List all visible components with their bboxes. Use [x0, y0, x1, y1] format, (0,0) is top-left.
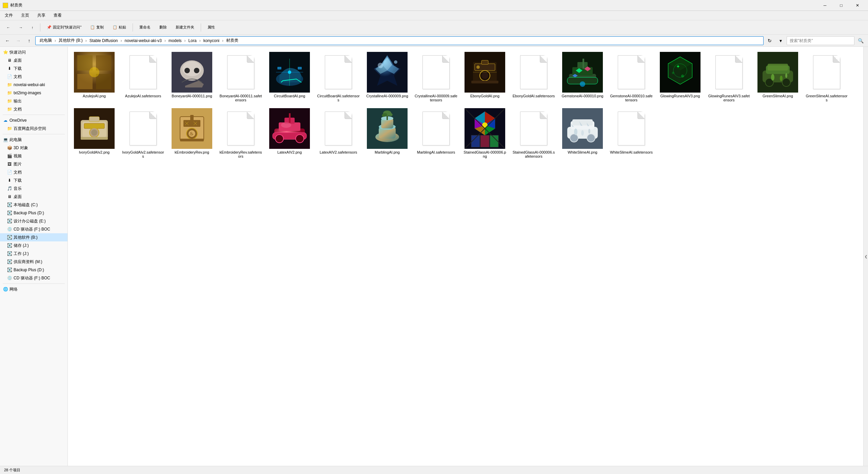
- file-item-marbling-safe[interactable]: MarblingAI.safetensors: [412, 106, 460, 161]
- breadcrumb-konyconi[interactable]: konyconi: [202, 38, 221, 44]
- sidebar-item-localc[interactable]: 💽 本地磁盘 (C:): [0, 201, 67, 209]
- file-item-greenslime-png[interactable]: GreenSlimeAI.png: [754, 50, 802, 104]
- refresh-button[interactable]: ↻: [765, 36, 774, 45]
- new-folder-button[interactable]: 新建文件夹: [172, 22, 198, 33]
- file-name-glowingrunes-safe: GlowingRunesAIV3.safetensors: [708, 94, 750, 102]
- sidebar-item-pics[interactable]: 🖼 图片: [0, 160, 67, 168]
- breadcrumb-stablediffusion[interactable]: Stable Diffusion: [88, 38, 119, 44]
- copy-button[interactable]: 📋 复制: [86, 22, 107, 33]
- search-button[interactable]: 🔍: [856, 36, 865, 45]
- back-button[interactable]: ←: [3, 22, 14, 33]
- sidebar-item-storage[interactable]: 💽 储存 (J:): [0, 241, 67, 250]
- file-item-latex-safe[interactable]: LatexAIV2.safetensors: [315, 106, 362, 161]
- file-item-ivorygold-safe[interactable]: IvoryGoldAIv2.safetensors: [119, 106, 167, 161]
- close-button[interactable]: ✕: [850, 0, 865, 11]
- up-button[interactable]: ↑: [28, 22, 37, 33]
- sidebar-item-music[interactable]: 🎵 音乐: [0, 184, 67, 193]
- file-item-whiteslime-safe[interactable]: WhiteSlimeAI.safetensors: [608, 106, 655, 161]
- breadcrumb-current[interactable]: 材质类: [225, 37, 240, 44]
- nav-up-button[interactable]: ↑: [24, 36, 34, 45]
- search-input[interactable]: [787, 36, 854, 45]
- file-item-crystalline-safe[interactable]: CrystallineAI-000009.safetensors: [412, 50, 460, 104]
- sidebar-item-3d[interactable]: 📦 3D 对象: [0, 144, 67, 152]
- sidebar-item-supply[interactable]: 💽 供应商资料 (M:): [0, 258, 67, 266]
- file-item-glowingrunes-png[interactable]: ✦ ⊕ ⊗ GlowingRunesAIV3.png: [656, 50, 704, 104]
- file-item-latex-png[interactable]: LatexAIV2.png: [266, 106, 313, 161]
- sidebar-item-output[interactable]: 📁 输出: [0, 97, 67, 105]
- sidebar-item-dl[interactable]: ⬇ 下载: [0, 176, 67, 184]
- file-item-gemstone-safe[interactable]: GemstoneAI-000010.safetensors: [608, 50, 655, 104]
- sidebar-item-download1[interactable]: ⬇ 下载: [0, 64, 67, 73]
- file-thumb-greenslime-png: [757, 52, 798, 93]
- file-item-azulejo-png[interactable]: AzulejoAI.png: [71, 50, 118, 104]
- sidebar-item-desktop1[interactable]: 🖥 桌面: [0, 56, 67, 64]
- file-item-stainedglass-safe[interactable]: StainedGlassAI-000006.safetensors: [510, 106, 557, 161]
- address-dropdown-button[interactable]: ▾: [776, 36, 785, 45]
- sidebar-item-docs1[interactable]: 📄 文档: [0, 73, 67, 81]
- sidebar-item-office[interactable]: 💽 设计办公磁盘 (E:): [0, 217, 67, 225]
- sidebar-item-quick-access[interactable]: ⭐ 快速访问: [0, 48, 67, 56]
- file-item-greenslime-safe[interactable]: GreenSlimeAI.safetensors: [803, 50, 850, 104]
- sidebar-item-video[interactable]: 🎬 视频: [0, 152, 67, 160]
- file-name-crystalline-png: CrystallineAI-000009.png: [366, 94, 408, 98]
- nav-forward-button[interactable]: →: [14, 36, 23, 45]
- file-item-gemstone-png[interactable]: GemstoneAI-000010.png: [559, 50, 606, 104]
- sidebar-item-onedrive[interactable]: ☁ OneDrive: [0, 116, 67, 124]
- breadcrumb-lora[interactable]: Lora: [187, 38, 198, 44]
- properties-button[interactable]: 属性: [204, 22, 219, 33]
- minimize-button[interactable]: ─: [817, 0, 833, 11]
- sidebar-item-cdf2[interactable]: 💿 CD 驱动器 (F:) BOC: [0, 274, 67, 282]
- sidebar-item-novelai[interactable]: 📁 novelai-webui-aki: [0, 81, 67, 89]
- file-item-stainedglass-png[interactable]: StainedGlassAI-000006.png: [461, 106, 509, 161]
- svg-text:⊗: ⊗: [672, 71, 674, 75]
- menu-view[interactable]: 查看: [50, 11, 65, 20]
- sidebar-item-cdf[interactable]: 💿 CD 驱动器 (F:) BOC: [0, 225, 67, 233]
- collapse-panel[interactable]: ❮: [863, 47, 868, 466]
- file-item-crystalline-png[interactable]: CrystallineAI-000009.png: [363, 50, 411, 104]
- breadcrumb-models[interactable]: models: [167, 38, 183, 44]
- address-bar-path[interactable]: 此电脑 › 其他软件 (B:) › Stable Diffusion › nov…: [35, 36, 764, 45]
- file-thumb-marbling-png: [367, 108, 408, 149]
- file-item-boneyard-safe[interactable]: BoneyardAI-000011.safetensors: [217, 50, 264, 104]
- file-item-whiteslime-png[interactable]: WhiteSlimeAI.png: [559, 106, 606, 161]
- rename-button[interactable]: 重命名: [136, 22, 154, 33]
- forward-button[interactable]: →: [15, 22, 26, 33]
- menu-home[interactable]: 主页: [18, 11, 33, 20]
- menu-file[interactable]: 文件: [1, 11, 16, 20]
- file-item-kembroidery-png[interactable]: ♨ kEmbroideryRev.png: [168, 106, 216, 161]
- delete-button[interactable]: 删除: [156, 22, 171, 33]
- nav-back-button[interactable]: ←: [3, 36, 12, 45]
- sidebar-item-work[interactable]: 💽 工作 (J:): [0, 250, 67, 258]
- file-item-marbling-png[interactable]: MarblingAI.png: [363, 106, 411, 161]
- sidebar-item-thispc[interactable]: 💻 此电脑: [0, 136, 67, 144]
- svg-point-128: [588, 129, 590, 134]
- file-thumb-circuitboard-safe: [318, 52, 359, 93]
- sidebar-item-network[interactable]: 🌐 网络: [0, 285, 67, 293]
- sidebar-item-docs3[interactable]: 📄 文档: [0, 168, 67, 176]
- file-item-circuitboard-safe[interactable]: CircuitBoardAI.safetensors: [315, 50, 362, 104]
- sidebar-item-baidu[interactable]: 📁 百度网盘同步空间: [0, 124, 67, 133]
- sidebar-item-backupd[interactable]: 💽 Backup Plus (D:): [0, 209, 67, 217]
- sidebar-item-backupd2[interactable]: 💽 Backup Plus (D:): [0, 266, 67, 274]
- menu-share[interactable]: 共享: [34, 11, 49, 20]
- breadcrumb-novelai[interactable]: novelai-webui-aki-v3: [123, 38, 163, 44]
- file-item-azulejo-safe[interactable]: AzulejoAI.safetensors: [119, 50, 167, 104]
- file-item-glowingrunes-safe[interactable]: GlowingRunesAIV3.safetensors: [705, 50, 753, 104]
- file-item-kembroidery-safe[interactable]: kEmbroideryRev.safetensors: [217, 106, 264, 161]
- file-item-ivorygold-png[interactable]: IvoryGoldAIv2.png: [71, 106, 118, 161]
- file-item-ebonygold-safe[interactable]: EbonyGoldAI.safetensors: [510, 50, 557, 104]
- file-item-ebonygold-png[interactable]: EbonyGoldAI.png: [461, 50, 509, 104]
- file-item-circuitboard-png[interactable]: CircuitBoardAI.png: [266, 50, 313, 104]
- svg-point-10: [194, 68, 199, 73]
- sidebar-item-desktop2[interactable]: 🖥 桌面: [0, 193, 67, 201]
- file-item-boneyard-png[interactable]: BoneyardAI-000011.png: [168, 50, 216, 104]
- file-thumb-whiteslime-png: [562, 108, 603, 149]
- paste-button[interactable]: 📋 粘贴: [109, 22, 130, 33]
- breadcrumb-othersw[interactable]: 其他软件 (B:): [57, 37, 84, 44]
- breadcrumb-thispc[interactable]: 此电脑: [38, 37, 53, 44]
- restore-button[interactable]: □: [833, 0, 849, 11]
- sidebar-item-txt2img[interactable]: 📁 txt2img-images: [0, 89, 67, 97]
- pin-button[interactable]: 📌 固定到"快速访问": [43, 22, 85, 33]
- sidebar-item-othersw[interactable]: 💽 其他软件 (B:): [0, 233, 67, 241]
- sidebar-item-docs2[interactable]: 📁 文档: [0, 105, 67, 113]
